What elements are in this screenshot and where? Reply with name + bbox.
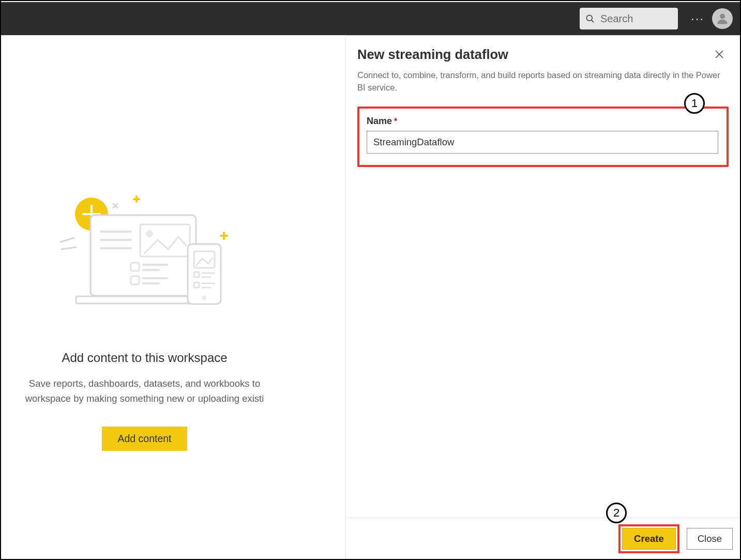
close-button[interactable]: Close	[687, 528, 733, 550]
add-content-button[interactable]: Add content	[102, 427, 187, 451]
close-icon	[715, 50, 723, 58]
empty-state-title: Add content to this workspace	[9, 351, 280, 365]
more-button[interactable]: ···	[687, 8, 708, 29]
empty-state-description: Save reports, dashboards, datasets, and …	[9, 376, 280, 406]
avatar-icon	[715, 11, 730, 26]
name-field-callout: Name* 1	[357, 107, 729, 167]
panel-footer: Create 2 Close	[346, 518, 740, 559]
callout-badge-1: 1	[684, 93, 705, 114]
search-input[interactable]	[595, 13, 673, 25]
panel-title: New streaming dataflow	[357, 47, 712, 62]
svg-line-1	[592, 20, 594, 22]
panel-subtitle: Connect to, combine, transform, and buil…	[346, 62, 740, 103]
required-asterisk: *	[394, 117, 397, 126]
create-button[interactable]: Create	[622, 528, 676, 550]
avatar[interactable]	[712, 8, 733, 29]
panel-close-button[interactable]	[712, 47, 727, 62]
name-input[interactable]	[367, 131, 718, 154]
panel-header: New streaming dataflow	[346, 36, 740, 62]
more-icon: ···	[691, 11, 704, 26]
svg-point-2	[720, 14, 725, 19]
name-label: Name	[367, 116, 392, 126]
workspace-empty-state: Add content to this workspace Save repor…	[1, 118, 288, 463]
app-bar: ···	[1, 2, 740, 35]
svg-point-0	[586, 15, 592, 21]
callout-badge-2: 2	[606, 503, 627, 523]
search-box[interactable]	[580, 8, 678, 29]
search-icon	[585, 13, 595, 24]
create-button-callout: Create 2	[618, 524, 679, 553]
new-dataflow-panel: New streaming dataflow Connect to, combi…	[345, 35, 740, 559]
